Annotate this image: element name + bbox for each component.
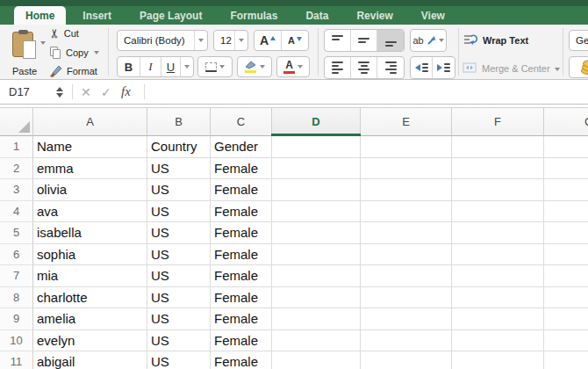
- formula-input[interactable]: [151, 83, 584, 101]
- cell-D7[interactable]: [272, 265, 361, 287]
- row-header-9[interactable]: 9: [0, 308, 33, 330]
- align-center-button[interactable]: [351, 57, 377, 78]
- insert-function-button[interactable]: fx: [121, 80, 131, 104]
- align-middle-button[interactable]: [351, 30, 377, 51]
- wrap-text-button[interactable]: Wrap Text: [463, 33, 528, 48]
- cell-E7[interactable]: [361, 265, 452, 287]
- merge-center-dropdown chevron-down-icon[interactable]: [555, 68, 560, 71]
- tab-data[interactable]: Data: [294, 6, 340, 25]
- underline-button[interactable]: U: [161, 57, 181, 76]
- cell-F11[interactable]: [452, 351, 544, 369]
- row-header-7[interactable]: 7: [0, 265, 33, 287]
- cut-button[interactable]: ✂ Cut: [49, 27, 79, 40]
- cell-B10[interactable]: US: [147, 330, 211, 352]
- col-header-C[interactable]: C: [211, 108, 272, 136]
- cell-C4[interactable]: Female: [211, 201, 272, 223]
- row-header-5[interactable]: 5: [0, 222, 33, 244]
- cell-E9[interactable]: [361, 308, 452, 330]
- copy-button[interactable]: Copy: [50, 47, 99, 59]
- col-header-A[interactable]: A: [33, 108, 147, 136]
- cell-A6[interactable]: sophia: [33, 244, 147, 266]
- cell-C8[interactable]: Female: [211, 287, 272, 309]
- cell-C7[interactable]: Female: [211, 265, 272, 287]
- cell-C5[interactable]: Female: [211, 222, 272, 244]
- chevron-down-icon[interactable]: [298, 65, 303, 69]
- paste-dropdown chevron-down-icon[interactable]: [40, 41, 46, 45]
- row-header-1[interactable]: 1: [0, 136, 33, 158]
- align-right-button[interactable]: [377, 57, 404, 78]
- cell-A1[interactable]: Name: [33, 136, 147, 158]
- tab-formulas[interactable]: Formulas: [219, 6, 289, 25]
- enter-button[interactable]: ✓: [101, 80, 111, 104]
- row-header-2[interactable]: 2: [0, 158, 33, 180]
- cell-F2[interactable]: [452, 158, 544, 180]
- cell-F10[interactable]: [452, 330, 544, 352]
- cell-F7[interactable]: [452, 265, 544, 287]
- row-header-6[interactable]: 6: [0, 244, 33, 266]
- cell-C1[interactable]: Gender: [211, 136, 272, 158]
- format-painter-button[interactable]: Format: [49, 65, 97, 77]
- cell-G8[interactable]: [544, 287, 588, 309]
- cell-E2[interactable]: [361, 158, 452, 180]
- underline-dropdown[interactable]: [181, 57, 193, 76]
- decrease-font-button[interactable]: A: [282, 31, 308, 50]
- name-box[interactable]: D17: [9, 80, 30, 104]
- row-header-10[interactable]: 10: [0, 330, 33, 352]
- cell-A10[interactable]: evelyn: [33, 330, 147, 352]
- bold-button[interactable]: B: [118, 57, 140, 76]
- tab-review[interactable]: Review: [345, 6, 404, 25]
- paste-button[interactable]: [12, 30, 36, 57]
- fill-color-button[interactable]: [237, 56, 272, 77]
- stepper-up-icon[interactable]: [56, 87, 63, 91]
- cell-B6[interactable]: US: [147, 244, 211, 266]
- cell-A9[interactable]: amelia: [33, 308, 147, 330]
- cell-E5[interactable]: [361, 222, 452, 244]
- cell-C10[interactable]: Female: [211, 330, 272, 352]
- tab-page-layout[interactable]: Page Layout: [128, 6, 213, 25]
- cell-B1[interactable]: Country: [147, 136, 211, 158]
- col-header-F[interactable]: F: [452, 108, 544, 136]
- cell-F9[interactable]: [452, 308, 544, 330]
- cell-C6[interactable]: Female: [211, 244, 272, 266]
- row-header-8[interactable]: 8: [0, 287, 33, 309]
- cell-F5[interactable]: [452, 222, 544, 244]
- cell-B8[interactable]: US: [147, 287, 211, 309]
- copy-dropdown chevron-down-icon[interactable]: [94, 51, 99, 54]
- cell-D2[interactable]: [272, 158, 361, 180]
- cell-D3[interactable]: [272, 179, 361, 201]
- cell-A5[interactable]: isabella: [33, 222, 147, 244]
- cell-A11[interactable]: abigail: [33, 351, 147, 369]
- name-box-stepper[interactable]: [54, 80, 66, 104]
- row-header-3[interactable]: 3: [0, 179, 33, 201]
- orientation-button[interactable]: ab: [410, 29, 447, 52]
- cell-B2[interactable]: US: [147, 158, 211, 180]
- cell-E6[interactable]: [361, 244, 452, 266]
- cell-D11[interactable]: [272, 351, 361, 369]
- increase-indent-button[interactable]: [433, 57, 455, 78]
- cell-C2[interactable]: Female: [211, 158, 272, 180]
- cell-B7[interactable]: US: [147, 265, 211, 287]
- cell-G4[interactable]: [544, 201, 588, 223]
- cell-D1[interactable]: [272, 136, 361, 158]
- chevron-down-icon[interactable]: [260, 65, 265, 69]
- tab-insert[interactable]: Insert: [71, 6, 123, 25]
- cell-F6[interactable]: [452, 244, 544, 266]
- font-name-select[interactable]: Calibri (Body): [117, 30, 208, 51]
- align-bottom-button[interactable]: [377, 30, 404, 51]
- cell-F8[interactable]: [452, 287, 544, 309]
- cell-D5[interactable]: [272, 222, 361, 244]
- select-all-corner[interactable]: [0, 108, 33, 136]
- align-left-button[interactable]: [325, 57, 351, 78]
- cell-G6[interactable]: [544, 244, 588, 266]
- stepper-down-icon[interactable]: [56, 93, 63, 98]
- col-header-E[interactable]: E: [361, 108, 452, 136]
- cell-E1[interactable]: [361, 136, 452, 158]
- cell-E4[interactable]: [361, 201, 452, 223]
- cell-D4[interactable]: [272, 201, 361, 223]
- increase-font-button[interactable]: A: [255, 31, 282, 50]
- cell-E8[interactable]: [361, 287, 452, 309]
- cell-A8[interactable]: charlotte: [33, 287, 147, 309]
- cell-A4[interactable]: ava: [33, 201, 147, 223]
- cell-E10[interactable]: [361, 330, 452, 352]
- italic-button[interactable]: I: [140, 57, 161, 76]
